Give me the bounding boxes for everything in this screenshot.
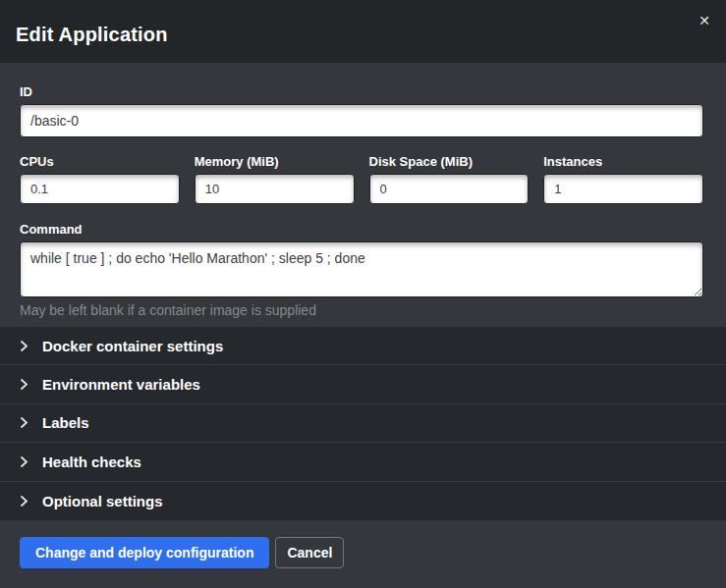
instances-field-label: Instances [543, 154, 703, 169]
chevron-right-icon [20, 416, 28, 429]
command-textarea[interactable]: while [ true ] ; do echo 'Hello Marathon… [20, 241, 703, 297]
chevron-right-icon [20, 455, 28, 468]
modal-title: Edit Application [16, 24, 168, 46]
chevron-right-icon [20, 378, 28, 391]
modal-header: Edit Application ✕ [0, 0, 726, 63]
section-label: Optional settings [42, 493, 163, 509]
cpus-field-label: CPUs [20, 154, 180, 169]
id-input[interactable] [20, 104, 703, 137]
resources-row: CPUs Memory (MiB) Disk Space (MiB) Insta… [20, 154, 703, 204]
memory-field-group: Memory (MiB) [195, 154, 355, 204]
section-labels[interactable]: Labels [0, 404, 726, 443]
close-icon[interactable]: ✕ [698, 14, 710, 27]
command-field-label: Command [20, 222, 703, 237]
disk-field-label: Disk Space (MiB) [369, 154, 530, 169]
cancel-button[interactable]: Cancel [275, 537, 344, 568]
section-environment-variables[interactable]: Environment variables [0, 365, 726, 403]
change-and-deploy-button[interactable]: Change and deploy configuration [20, 537, 269, 568]
section-label: Environment variables [42, 376, 200, 393]
section-health-checks[interactable]: Health checks [0, 443, 726, 481]
disk-field-group: Disk Space (MiB) [369, 154, 530, 204]
disk-input[interactable] [369, 174, 530, 204]
instances-input[interactable] [543, 174, 703, 204]
memory-input[interactable] [195, 174, 355, 204]
application-form: ID CPUs Memory (MiB) Disk Space (MiB) In… [0, 63, 726, 327]
id-field-label: ID [20, 84, 703, 99]
section-label: Labels [42, 414, 89, 431]
modal-footer: Change and deploy configuration Cancel [0, 520, 726, 588]
command-helper-text: May be left blank if a container image i… [20, 302, 703, 318]
id-field-group: ID [20, 84, 703, 137]
section-docker-container-settings[interactable]: Docker container settings [0, 327, 726, 365]
memory-field-label: Memory (MiB) [195, 154, 355, 169]
section-label: Health checks [42, 454, 141, 470]
accordion-sections: Docker container settings Environment va… [0, 327, 726, 520]
section-label: Docker container settings [42, 338, 223, 354]
instances-field-group: Instances [543, 154, 703, 204]
edit-application-modal: Edit Application ✕ ID CPUs Memory (MiB) … [0, 0, 726, 588]
section-optional-settings[interactable]: Optional settings [0, 482, 726, 520]
chevron-right-icon [20, 495, 28, 508]
chevron-right-icon [20, 340, 28, 352]
cpus-input[interactable] [20, 174, 180, 204]
cpus-field-group: CPUs [20, 154, 180, 204]
command-field-group: Command while [ true ] ; do echo 'Hello … [20, 222, 703, 318]
